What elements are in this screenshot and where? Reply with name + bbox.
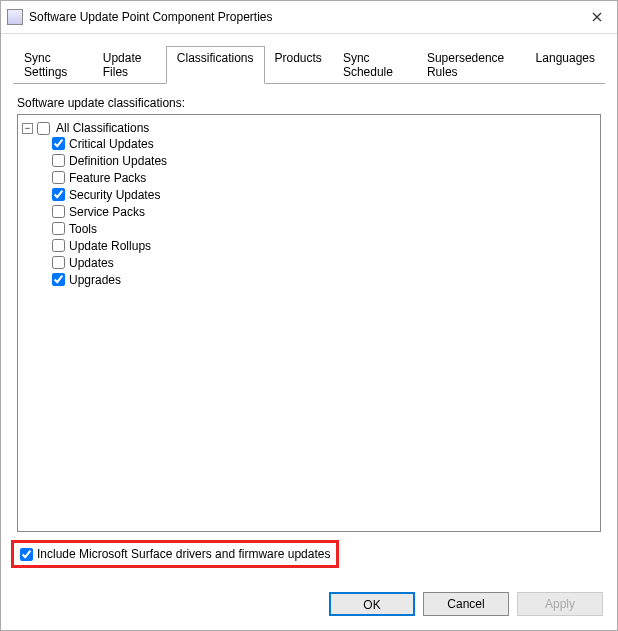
surface-drivers-checkbox[interactable] [20,548,33,561]
close-button[interactable] [585,7,609,27]
classifications-label: Software update classifications: [17,96,601,110]
classifications-tree[interactable]: − All Classifications Critical UpdatesDe… [17,114,601,532]
tree-item[interactable]: Critical Updates [52,135,596,152]
tab-sync-settings[interactable]: Sync Settings [13,46,93,83]
classification-label: Upgrades [69,273,121,287]
tree-children: Critical UpdatesDefinition UpdatesFeatur… [52,135,596,288]
apply-button: Apply [517,592,603,616]
tree-item[interactable]: Upgrades [52,271,596,288]
tab-supersedence-rules[interactable]: Supersedence Rules [416,46,526,83]
tree-item[interactable]: Tools [52,220,596,237]
classification-label: Update Rollups [69,239,151,253]
all-classifications-checkbox[interactable] [37,122,50,135]
collapse-toggle-icon[interactable]: − [22,123,33,134]
classification-checkbox[interactable] [52,154,65,167]
classification-checkbox[interactable] [52,188,65,201]
cancel-button[interactable]: Cancel [423,592,509,616]
tab-products[interactable]: Products [264,46,333,83]
tree-item[interactable]: Definition Updates [52,152,596,169]
classification-checkbox[interactable] [52,205,65,218]
tree-item[interactable]: Service Packs [52,203,596,220]
classification-checkbox[interactable] [52,171,65,184]
dialog-window: Software Update Point Component Properti… [0,0,618,631]
classification-label: Updates [69,256,114,270]
tab-classifications[interactable]: Classifications [166,46,265,84]
tab-sync-schedule[interactable]: Sync Schedule [332,46,417,83]
window-title: Software Update Point Component Properti… [29,10,585,24]
tab-content-classifications: Software update classifications: − All C… [1,84,617,582]
classification-label: Security Updates [69,188,160,202]
classification-checkbox[interactable] [52,273,65,286]
surface-drivers-label: Include Microsoft Surface drivers and fi… [37,547,330,561]
tree-root-row[interactable]: − All Classifications [22,121,596,135]
tab-languages[interactable]: Languages [525,46,606,83]
tree-item[interactable]: Security Updates [52,186,596,203]
classification-label: Tools [69,222,97,236]
classification-label: Critical Updates [69,137,154,151]
classification-label: Feature Packs [69,171,146,185]
app-icon [7,9,23,25]
highlighted-surface-option: Include Microsoft Surface drivers and fi… [11,540,339,568]
tab-strip: Sync SettingsUpdate FilesClassifications… [13,46,605,84]
classification-label: Definition Updates [69,154,167,168]
tree-item[interactable]: Feature Packs [52,169,596,186]
title-bar: Software Update Point Component Properti… [1,1,617,34]
close-icon [592,12,602,22]
classification-checkbox[interactable] [52,222,65,235]
tree-item[interactable]: Updates [52,254,596,271]
tree-root-label: All Classifications [56,121,149,135]
ok-button[interactable]: OK [329,592,415,616]
classification-checkbox[interactable] [52,137,65,150]
tab-update-files[interactable]: Update Files [92,46,167,83]
dialog-footer: OK Cancel Apply [1,582,617,630]
classification-checkbox[interactable] [52,256,65,269]
classification-checkbox[interactable] [52,239,65,252]
tree-item[interactable]: Update Rollups [52,237,596,254]
classification-label: Service Packs [69,205,145,219]
